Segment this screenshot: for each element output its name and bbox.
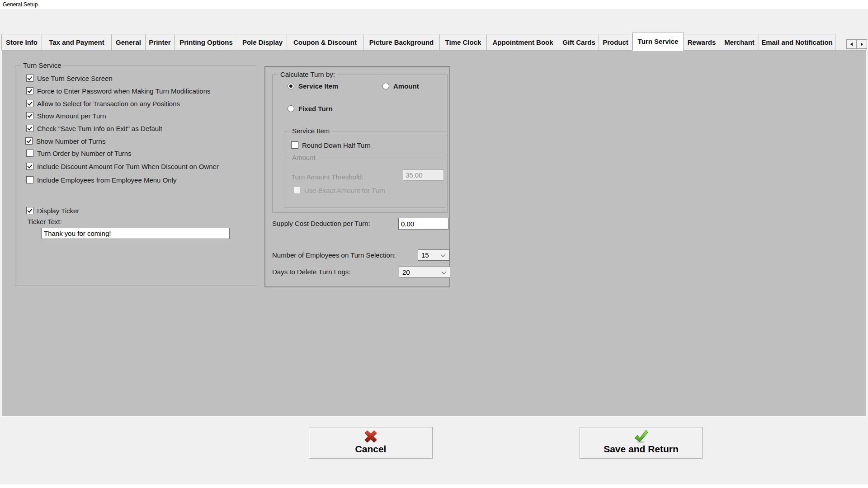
checkbox-label: Turn Order by Number of Turns	[37, 150, 132, 157]
checkbox-icon	[26, 207, 33, 214]
chevron-down-icon	[441, 253, 445, 257]
tab-coupon-discount[interactable]: Coupon & Discount	[287, 34, 363, 50]
checkbox-include-discount-amount[interactable]: Include Discount Amount For Turn When Di…	[26, 161, 219, 171]
tab-label: Printer	[149, 38, 170, 46]
turn-settings-panel: Calculate Turn by: Service Item Amount F…	[264, 66, 450, 287]
window-titlebar: General Setup	[0, 0, 868, 9]
calculate-turn-by-title: Calculate Turn by:	[278, 70, 337, 78]
tab-label: Appointment Book	[492, 38, 553, 46]
employees-on-selection-select[interactable]: 15	[418, 249, 449, 261]
employees-on-selection-label: Number of Employees on Turn Selection:	[272, 250, 396, 260]
days-delete-logs-label: Days to Delete Turn Logs:	[272, 267, 350, 277]
tab-label: Rewards	[688, 38, 716, 46]
tab-merchant[interactable]: Merchant	[720, 34, 759, 50]
tab-label: Email and Notification	[761, 38, 833, 46]
tab-tax-and-payment[interactable]: Tax and Payment	[42, 34, 112, 50]
tab-gift-cards[interactable]: Gift Cards	[559, 34, 599, 50]
checkbox-force-password[interactable]: Force to Enter Password when Making Turn…	[26, 86, 211, 96]
radio-icon	[288, 83, 294, 89]
save-check-icon	[633, 430, 649, 443]
days-delete-logs-select[interactable]: 20	[399, 267, 450, 278]
tab-email-and-notification[interactable]: Email and Notification	[759, 34, 835, 50]
turn-service-groupbox: Turn Service Use Turn Service Screen For…	[15, 66, 257, 286]
checkbox-label: Include Employees from Employee Menu Onl…	[37, 176, 176, 184]
tab-scroll-right-button[interactable]	[857, 39, 867, 49]
radio-label: Amount	[393, 82, 419, 90]
checkbox-label: Check "Save Turn Info on Exit" as Defaul…	[37, 125, 162, 132]
turn-amount-threshold-input	[403, 169, 444, 181]
checkbox-include-employees-menu-only[interactable]: Include Employees from Employee Menu Onl…	[26, 175, 176, 185]
tab-label: Pole Display	[242, 38, 283, 46]
tab-printer[interactable]: Printer	[146, 34, 175, 50]
checkbox-label: Use Exact Amount for Turn	[304, 187, 385, 194]
tab-label: Picture Background	[369, 38, 434, 46]
tab-product[interactable]: Product	[599, 34, 632, 50]
checkbox-show-amount-per-turn[interactable]: Show Amount per Turn	[26, 111, 106, 121]
checkbox-label: Round Down Half Turn	[302, 141, 371, 149]
checkbox-show-number-of-turns[interactable]: Show Number of Turns	[25, 136, 105, 146]
checkbox-label: Include Discount Amount For Turn When Di…	[37, 163, 219, 170]
tab-label: Merchant	[724, 38, 755, 46]
radio-icon	[288, 105, 294, 112]
tab-rewards[interactable]: Rewards	[684, 34, 720, 50]
checkbox-use-exact-amount: Use Exact Amount for Turn	[293, 185, 385, 195]
tab-label: Store Info	[6, 38, 38, 46]
tab-appointment-book[interactable]: Appointment Book	[487, 34, 559, 50]
service-item-groupbox: Service Item Round Down Half Turn	[284, 131, 446, 153]
turn-service-group-title: Turn Service	[21, 61, 63, 69]
supply-cost-input[interactable]	[398, 218, 448, 230]
checkbox-use-turn-service-screen[interactable]: Use Turn Service Screen	[26, 73, 113, 83]
tab-turn-service[interactable]: Turn Service	[632, 32, 684, 51]
tab-bar: Store Info Tax and Payment General Print…	[1, 32, 835, 50]
checkbox-display-ticker[interactable]: Display Ticker	[26, 206, 79, 216]
checkbox-save-turn-info-default[interactable]: Check "Save Turn Info on Exit" as Defaul…	[26, 123, 162, 133]
tab-scroll-left-button[interactable]	[846, 39, 857, 49]
cancel-button[interactable]: Cancel	[309, 427, 433, 459]
tab-label: Printing Options	[179, 38, 233, 46]
tab-label: Time Clock	[445, 38, 481, 46]
checkbox-label: Display Ticker	[37, 207, 79, 215]
radio-service-item[interactable]: Service Item	[288, 81, 338, 91]
turn-amount-threshold-label: Turn Amount Threshold:	[291, 172, 363, 182]
chevron-down-icon	[442, 270, 446, 274]
window-title: General Setup	[3, 1, 38, 8]
checkbox-icon	[25, 137, 33, 145]
ticker-text-input[interactable]	[41, 228, 230, 239]
calculate-turn-by-groupbox: Calculate Turn by: Service Item Amount F…	[272, 75, 448, 213]
checkbox-label: Show Number of Turns	[36, 137, 105, 145]
tab-picture-background[interactable]: Picture Background	[363, 34, 440, 50]
radio-icon	[382, 83, 389, 89]
turn-service-page: Turn Service Use Turn Service Screen For…	[1, 50, 867, 417]
checkbox-icon	[293, 187, 301, 194]
checkbox-icon	[26, 125, 33, 132]
checkbox-label: Allow to Select for Transaction on any P…	[37, 100, 180, 108]
selected-value: 20	[402, 268, 410, 276]
checkbox-allow-select-any-positions[interactable]: Allow to Select for Transaction on any P…	[26, 99, 180, 108]
selected-value: 15	[421, 251, 429, 259]
checkbox-round-down-half-turn[interactable]: Round Down Half Turn	[291, 140, 371, 150]
radio-amount[interactable]: Amount	[382, 81, 419, 91]
checkbox-icon	[26, 150, 33, 157]
tab-store-info[interactable]: Store Info	[1, 34, 42, 50]
tab-pole-display[interactable]: Pole Display	[238, 34, 287, 50]
amount-groupbox: Amount Turn Amount Threshold: Use Exact …	[284, 158, 446, 208]
cancel-x-icon	[363, 430, 378, 443]
save-and-return-button[interactable]: Save and Return	[580, 427, 703, 459]
supply-cost-label: Supply Cost Deduction per Turn:	[272, 218, 370, 228]
checkbox-icon	[26, 163, 33, 170]
cancel-button-label: Cancel	[355, 444, 387, 455]
checkbox-icon	[26, 100, 33, 107]
window-bottom-edge	[0, 484, 868, 488]
checkbox-icon	[26, 112, 33, 119]
radio-label: Service Item	[298, 82, 338, 90]
tab-printing-options[interactable]: Printing Options	[175, 34, 238, 50]
checkbox-icon	[26, 176, 33, 183]
save-and-return-button-label: Save and Return	[604, 444, 679, 455]
tab-general[interactable]: General	[112, 34, 146, 50]
tab-label: Product	[603, 38, 628, 46]
tab-time-clock[interactable]: Time Clock	[440, 34, 487, 50]
checkbox-turn-order-by-number[interactable]: Turn Order by Number of Turns	[26, 148, 132, 158]
scroll-left-icon	[850, 42, 853, 46]
radio-fixed-turn[interactable]: Fixed Turn	[288, 103, 333, 113]
checkbox-label: Show Amount per Turn	[37, 112, 106, 120]
